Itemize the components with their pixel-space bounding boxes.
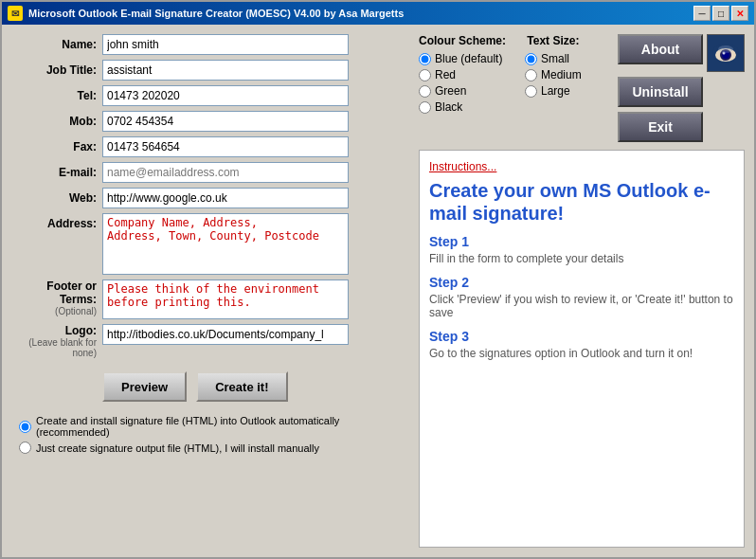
preview-button[interactable]: Preview [102,371,187,402]
color-text-section: Colour Scheme: Blue (default) Red Green [419,34,608,142]
colour-scheme: Colour Scheme: Blue (default) Red Green [419,34,506,142]
about-button[interactable]: About [618,34,703,64]
exit-button[interactable]: Exit [618,112,703,142]
logo-sublabel: (Leave blank for none) [11,337,97,358]
minimize-button[interactable]: ─ [693,6,711,21]
jobtitle-input[interactable] [102,60,349,81]
email-input[interactable] [102,162,349,183]
address-label: Address: [11,213,97,230]
jobtitle-row: Job Title: [11,60,409,81]
tel-input[interactable] [102,85,349,106]
name-input[interactable] [102,34,349,55]
colour-blue-row: Blue (default) [419,52,506,65]
colour-red-radio[interactable] [419,69,431,81]
top-right: Colour Scheme: Blue (default) Red Green [419,34,745,142]
title-controls: ─ □ ✕ [693,6,748,21]
email-row: E-mail: [11,162,409,183]
size-small-radio[interactable] [525,53,537,65]
colour-black-radio[interactable] [419,101,431,114]
size-large-radio[interactable] [525,85,537,98]
colour-green-row: Green [419,84,506,98]
colour-green-label: Green [435,84,466,98]
step1-desc: Fill in the form to complete your detail… [429,252,734,265]
step2-title: Step 2 [429,275,734,290]
title-bar: ✉ Microsoft Outlook E-mail Signature Cre… [2,2,754,25]
mob-input[interactable] [102,111,349,132]
svg-point-5 [718,45,733,53]
title-icon: ✉ [8,6,23,21]
tel-label: Tel: [11,89,97,102]
instructions-box: Instructions... Create your own MS Outlo… [419,150,745,548]
size-large-label: Large [541,84,570,98]
action-buttons: Preview Create it! [102,371,409,402]
colour-black-label: Black [435,100,462,114]
logo-label-group: Logo: (Leave blank for none) [11,324,97,358]
step2-desc: Click 'Preview' if you wish to review it… [429,293,734,319]
radio-option2-label: Just create signature output file (HTML)… [36,442,319,454]
window-title: Microsoft Outlook E-mail Signature Creat… [28,8,404,19]
colour-red-row: Red [419,68,506,81]
size-medium-radio[interactable] [525,69,537,81]
close-button[interactable]: ✕ [731,6,748,21]
size-medium-row: Medium [525,68,582,81]
radio-option1-label: Create and install signature file (HTML)… [36,415,409,438]
tel-row: Tel: [11,85,409,106]
footer-label-group: Footer or Terms: (Optional) [11,280,97,316]
mob-label: Mob: [11,115,97,128]
radio-option1-row: Create and install signature file (HTML)… [19,415,409,438]
colour-blue-label: Blue (default) [435,52,502,65]
web-row: Web: [11,188,409,208]
right-buttons: About Uninstall [618,34,745,142]
footer-input[interactable]: Please think of the environment before p… [102,280,349,319]
create-button[interactable]: Create it! [196,371,287,402]
text-size-section: Text Size: Small Medium Large [525,34,582,142]
mob-row: Mob: [11,111,409,132]
form-area: Name: Job Title: Tel: Mob: [11,34,409,358]
colour-blue-radio[interactable] [419,53,431,65]
colour-scheme-title: Colour Scheme: [419,34,506,47]
text-size-title: Text Size: [525,34,582,47]
fax-input[interactable] [102,136,349,157]
address-input[interactable]: Company Name, Address, Address, Town, Co… [102,213,349,275]
name-label: Name: [11,38,97,51]
radio-manual-install[interactable] [19,442,31,454]
colour-green-radio[interactable] [419,85,431,98]
step1-title: Step 1 [429,234,734,249]
size-small-label: Small [541,52,569,65]
step3-desc: Go to the signatures option in Outlook a… [429,347,734,360]
size-small-row: Small [525,52,582,65]
footer-row: Footer or Terms: (Optional) Please think… [11,280,409,319]
footer-label: Footer or Terms: [11,280,97,306]
logo-row: Logo: (Leave blank for none) [11,324,409,358]
instructions-link[interactable]: Instructions... [429,160,734,173]
name-row: Name: [11,34,409,55]
instructions-heading: Create your own MS Outlook e-mail signat… [429,179,734,225]
step3-title: Step 3 [429,329,734,344]
right-panel: Colour Scheme: Blue (default) Red Green [419,34,745,548]
fax-label: Fax: [11,140,97,153]
web-label: Web: [11,191,97,205]
left-panel: Name: Job Title: Tel: Mob: [11,34,409,548]
main-window: ✉ Microsoft Outlook E-mail Signature Cre… [0,0,756,559]
eye-icon [707,34,745,72]
logo-label: Logo: [11,324,97,337]
address-row: Address: Company Name, Address, Address,… [11,213,409,275]
size-large-row: Large [525,84,582,98]
logo-input[interactable] [102,324,349,345]
bottom-radio-section: Create and install signature file (HTML)… [19,415,409,454]
email-label: E-mail: [11,166,97,179]
footer-optional-label: (Optional) [55,306,97,316]
jobtitle-label: Job Title: [11,63,97,77]
uninstall-button[interactable]: Uninstall [618,77,703,107]
maximize-button[interactable]: □ [712,6,729,21]
colour-red-label: Red [435,68,456,81]
colour-black-row: Black [419,100,506,114]
radio-auto-install[interactable] [19,421,31,433]
size-medium-label: Medium [541,68,582,81]
fax-row: Fax: [11,136,409,157]
radio-option2-row: Just create signature output file (HTML)… [19,442,409,454]
web-input[interactable] [102,188,349,208]
